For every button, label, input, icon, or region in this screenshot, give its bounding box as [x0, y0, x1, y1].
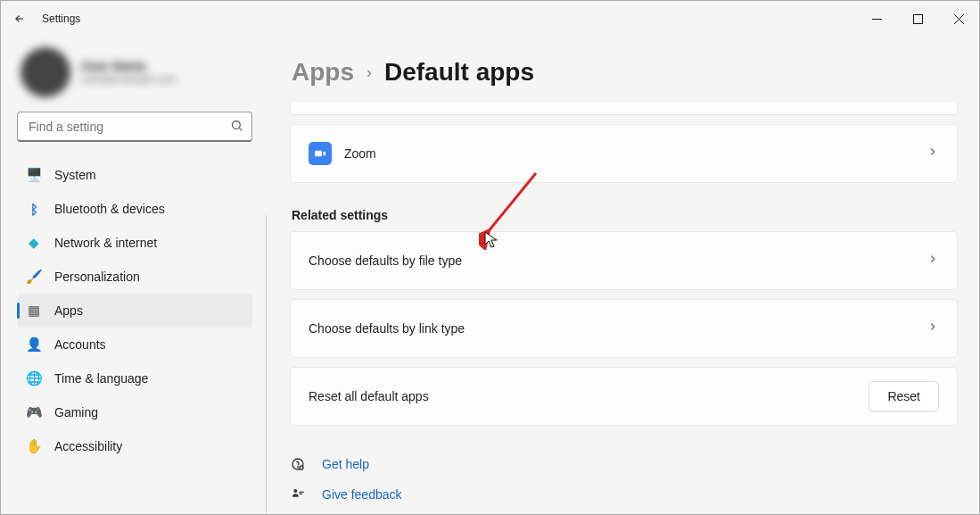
nav-item-personalization[interactable]: 🖌️Personalization [17, 260, 252, 294]
row-defaults-by-filetype[interactable]: Choose defaults by file type [290, 231, 958, 290]
svg-point-10 [293, 489, 297, 493]
svg-point-4 [233, 121, 241, 129]
person-icon: 👤 [26, 336, 42, 353]
nav-list: 🖥️System ᛒBluetooth & devices ◆Network &… [17, 158, 252, 463]
nav-label: Network & internet [54, 236, 157, 250]
globe-icon: 🌐 [26, 370, 42, 386]
feedback-icon [290, 487, 306, 502]
help-icon [290, 457, 306, 471]
titlebar: Settings [1, 1, 979, 37]
chevron-right-icon [926, 320, 939, 336]
svg-line-5 [239, 128, 242, 130]
nav-item-gaming[interactable]: 🎮Gaming [17, 395, 252, 429]
profile-email: user@example.com [81, 73, 177, 86]
section-header-related: Related settings [290, 192, 958, 231]
nav-item-accounts[interactable]: 👤Accounts [17, 328, 252, 361]
row-label: Choose defaults by link type [309, 321, 926, 336]
svg-point-9 [298, 467, 299, 468]
nav-label: Accessibility [54, 439, 122, 453]
minimize-button[interactable] [856, 1, 897, 37]
row-label: Reset all default apps [309, 389, 869, 403]
nav-item-system[interactable]: 🖥️System [17, 158, 252, 192]
search-icon [230, 119, 243, 136]
chevron-right-icon [926, 253, 939, 269]
page-title: Default apps [384, 58, 534, 87]
avatar [21, 47, 70, 97]
row-defaults-by-linktype[interactable]: Choose defaults by link type [290, 299, 958, 358]
get-help-link[interactable]: Get help [322, 457, 369, 471]
nav-label: Personalization [54, 270, 140, 284]
chevron-right-icon: › [366, 63, 372, 82]
help-links: Get help Give feedback [290, 435, 958, 510]
sidebar: User Name user@example.com 🖥️System ᛒBlu… [1, 37, 268, 514]
nav-label: System [54, 168, 96, 182]
nav-item-bluetooth[interactable]: ᛒBluetooth & devices [17, 192, 252, 226]
nav-item-time-language[interactable]: 🌐Time & language [17, 361, 252, 395]
main-content: Apps › Default apps Zoom Related setting… [268, 37, 979, 514]
close-button[interactable] [938, 1, 979, 37]
breadcrumb-parent[interactable]: Apps [292, 58, 354, 87]
row-label: Choose defaults by file type [309, 253, 926, 268]
maximize-button[interactable] [897, 1, 938, 37]
nav-label: Apps [54, 303, 83, 318]
accessibility-icon: ✋ [26, 438, 42, 454]
gamepad-icon: 🎮 [26, 404, 42, 420]
search-input[interactable] [17, 112, 252, 142]
nav-label: Accounts [54, 337, 106, 352]
app-row-zoom[interactable]: Zoom [290, 124, 958, 183]
sidebar-scrollbar[interactable] [266, 215, 267, 515]
nav-item-apps[interactable]: ▦Apps [17, 294, 252, 328]
chevron-right-icon [926, 145, 939, 162]
wifi-icon: ◆ [26, 235, 42, 251]
give-feedback-link[interactable]: Give feedback [322, 487, 402, 502]
bluetooth-icon: ᛒ [26, 202, 42, 217]
window-title: Settings [42, 12, 80, 25]
breadcrumb: Apps › Default apps [290, 37, 958, 103]
app-row-label: Zoom [344, 146, 926, 161]
apps-icon: ▦ [26, 303, 42, 319]
nav-item-accessibility[interactable]: ✋Accessibility [17, 429, 252, 463]
svg-rect-6 [315, 151, 322, 157]
svg-rect-1 [913, 14, 922, 23]
back-button[interactable] [1, 12, 38, 25]
display-icon: 🖥️ [26, 167, 42, 183]
zoom-icon [309, 142, 332, 165]
nav-item-network[interactable]: ◆Network & internet [17, 226, 252, 260]
nav-label: Time & language [54, 371, 148, 386]
app-row-partial[interactable] [290, 103, 958, 115]
nav-label: Gaming [54, 405, 98, 419]
svg-point-8 [300, 466, 303, 469]
nav-label: Bluetooth & devices [54, 202, 165, 216]
row-reset-defaults: Reset all default apps Reset [290, 367, 958, 426]
search-box [17, 112, 252, 142]
brush-icon: 🖌️ [26, 269, 42, 285]
profile-block[interactable]: User Name user@example.com [17, 37, 252, 106]
profile-name: User Name [81, 59, 177, 73]
reset-button[interactable]: Reset [869, 381, 939, 411]
